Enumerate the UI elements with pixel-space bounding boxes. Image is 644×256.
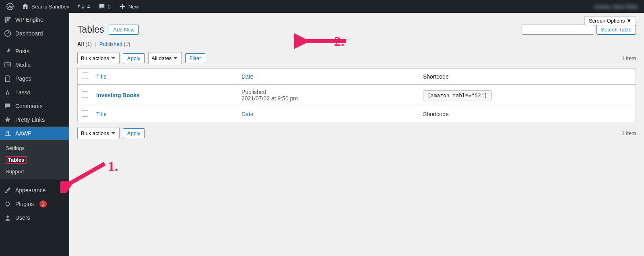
submenu-settings[interactable]: Settings — [0, 143, 69, 147]
sidebar-item-lasso[interactable]: Lasso — [0, 85, 69, 99]
filter-all[interactable]: All — [77, 41, 84, 47]
apply-bulk-button-bottom[interactable]: Apply — [123, 128, 145, 138]
select-all-bottom[interactable] — [82, 110, 88, 117]
sidebar-item-comments[interactable]: Comments — [0, 99, 69, 113]
item-count-bottom: 1 item — [622, 130, 636, 136]
apply-bulk-button[interactable]: Apply — [123, 53, 145, 63]
admin-bar: Sean's Sandbox 4 0 New Howdy, Sean Ellio… — [0, 0, 644, 13]
home-icon — [22, 3, 29, 10]
comments-link[interactable]: 0 — [95, 0, 114, 13]
sidebar-item-pages[interactable]: Pages — [0, 72, 69, 85]
svg-rect-5 — [7, 19, 9, 21]
page-title: Tables — [77, 24, 104, 35]
bulk-actions-select-bottom[interactable]: Bulk actions — [77, 127, 120, 139]
svg-rect-1 — [5, 17, 6, 19]
col-date[interactable]: Date — [242, 73, 254, 80]
bulk-actions-select[interactable]: Bulk actions — [77, 52, 120, 64]
plus-icon — [119, 3, 126, 10]
sidebar-item-media[interactable]: Media — [0, 58, 69, 72]
wp-logo[interactable] — [3, 0, 17, 13]
col-shortcode-foot: Shortcode — [419, 106, 636, 122]
site-title-link[interactable]: Sean's Sandbox — [19, 0, 72, 13]
tables-list: Title Date Shortcode Investing Books Pub… — [77, 68, 636, 122]
media-icon — [4, 61, 11, 69]
filter-published[interactable]: Published — [99, 41, 122, 47]
sidebar-item-posts[interactable]: Posts — [0, 44, 69, 58]
sidebar-submenu-aawp: Settings Tables Support — [0, 140, 69, 147]
new-link[interactable]: New — [116, 0, 142, 13]
svg-point-8 — [8, 64, 9, 65]
sidebar-item-aawp[interactable]: AAWP — [0, 127, 69, 140]
row-checkbox[interactable] — [82, 92, 88, 98]
comment-icon — [4, 102, 11, 110]
col-title[interactable]: Title — [96, 73, 107, 80]
user-greeting[interactable]: Howdy, Sean Elliot — [594, 4, 638, 10]
sidebar-item-dashboard[interactable]: Dashboard — [0, 27, 69, 40]
select-all-top[interactable] — [82, 73, 88, 79]
lasso-icon — [4, 89, 11, 96]
svg-rect-2 — [7, 17, 9, 19]
content-area: Screen Options ▼ Tables Add New Search T… — [69, 13, 644, 147]
svg-rect-4 — [5, 19, 6, 21]
col-shortcode: Shortcode — [419, 69, 636, 85]
admin-sidebar: WP Engine Dashboard Posts Media Pages La… — [0, 13, 69, 147]
sidebar-item-prettylinks[interactable]: Pretty Links — [0, 113, 69, 127]
pages-icon — [4, 75, 11, 82]
svg-rect-3 — [9, 17, 11, 19]
dashboard-icon — [4, 30, 11, 37]
search-input[interactable] — [522, 25, 594, 35]
star-icon — [4, 116, 11, 123]
col-date-foot[interactable]: Date — [242, 111, 254, 117]
add-new-button[interactable]: Add New — [109, 25, 139, 35]
list-filters: All (1) | Published (1) — [77, 41, 636, 47]
wpengine-icon — [4, 16, 11, 23]
site-title: Sean's Sandbox — [31, 4, 69, 10]
filter-button[interactable]: Filter — [185, 53, 206, 63]
item-count-top: 1 item — [622, 55, 636, 61]
search-button[interactable]: Search Table — [597, 25, 636, 35]
amazon-icon — [4, 130, 11, 137]
tablenav-bottom: Bulk actions Apply 1 item — [77, 127, 636, 139]
row-status: Published — [242, 89, 266, 95]
screen-options-button[interactable]: Screen Options ▼ — [584, 16, 636, 25]
tablenav-top: Bulk actions Apply All dates Filter 1 it… — [77, 52, 636, 64]
pin-icon — [4, 48, 11, 55]
date-filter-select[interactable]: All dates — [148, 52, 182, 64]
svg-rect-6 — [5, 21, 6, 23]
sidebar-item-wpengine[interactable]: WP Engine — [0, 13, 69, 27]
row-date: 2021/07/02 at 9:50 pm — [242, 95, 298, 102]
updates-link[interactable]: 4 — [74, 0, 93, 13]
comment-icon — [98, 3, 105, 10]
col-title-foot[interactable]: Title — [96, 111, 107, 117]
row-shortcode[interactable]: [amazon table="52"] — [423, 90, 492, 100]
row-title-link[interactable]: Investing Books — [96, 92, 140, 98]
refresh-icon — [77, 3, 85, 10]
table-row: Investing Books Published 2021/07/02 at … — [78, 85, 636, 106]
